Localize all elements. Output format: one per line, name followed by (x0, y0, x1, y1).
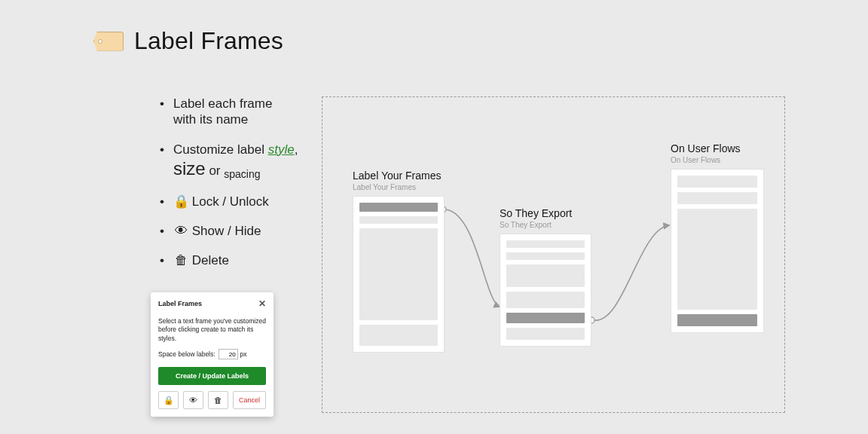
canvas-area: Label Your Frames Label Your Frames So T… (322, 96, 785, 413)
delete-button[interactable]: 🗑 (208, 391, 228, 409)
list-item: 👁 Show / Hide (160, 223, 318, 239)
frame-subtitle: So They Export (500, 221, 591, 229)
list-item-text: Lock / Unlock (192, 194, 269, 209)
dialog-header: Label Frames ✕ (158, 299, 266, 308)
list-item-text: Customize label (173, 142, 268, 157)
frame-subtitle: On User Flows (671, 156, 764, 164)
space-below-row: Space below labels: px (158, 349, 266, 359)
dialog-action-row: 🔒 👁 🗑 Cancel (158, 391, 266, 409)
frame-title: On User Flows (671, 142, 764, 154)
page-title-row: Label Frames (93, 27, 283, 55)
frame-group-1: Label Your Frames Label Your Frames (353, 170, 445, 353)
create-update-button[interactable]: Create / Update Labels (158, 367, 266, 385)
size-word: size (173, 158, 206, 179)
feature-list: Label each frame with its name Customize… (130, 96, 318, 283)
tag-icon (93, 32, 124, 51)
eye-icon: 👁 (189, 396, 197, 405)
frame-title: Label Your Frames (353, 170, 445, 182)
cancel-button[interactable]: Cancel (233, 391, 266, 409)
list-item: Label each frame with its name (160, 96, 318, 128)
spacing-word: spacing (224, 168, 260, 180)
eye-icon: 👁 (173, 223, 188, 239)
page-title: Label Frames (134, 27, 283, 55)
frame-subtitle: Label Your Frames (353, 183, 445, 191)
style-word: style (268, 142, 295, 157)
space-below-unit: px (240, 350, 247, 358)
trash-icon: 🗑 (214, 396, 222, 405)
frame-box[interactable] (353, 196, 445, 353)
lock-button[interactable]: 🔒 (158, 391, 179, 409)
frame-box[interactable] (671, 169, 764, 333)
frame-title: So They Export (500, 207, 591, 219)
list-item-text: Show / Hide (192, 224, 261, 238)
list-item-line: Label each frame (173, 96, 272, 111)
lock-icon: 🔒 (164, 396, 174, 405)
close-icon[interactable]: ✕ (258, 299, 266, 308)
frame-box[interactable] (500, 234, 591, 347)
list-item-text: or (206, 164, 225, 178)
list-item: 🗑 Delete (160, 252, 318, 268)
label-frames-dialog: Label Frames ✕ Select a text frame you'v… (151, 292, 274, 417)
space-below-label: Space below labels: (158, 350, 215, 358)
list-item-text: , (295, 142, 298, 157)
visibility-button[interactable]: 👁 (183, 391, 203, 409)
dialog-title: Label Frames (158, 300, 202, 307)
frame-group-3: On User Flows On User Flows (671, 142, 764, 333)
lock-icon: 🔒 (173, 194, 188, 209)
trash-icon: 🗑 (173, 252, 188, 268)
list-item-line: with its name (173, 112, 248, 127)
dialog-description: Select a text frame you've customized be… (158, 317, 266, 343)
space-below-input[interactable] (219, 349, 238, 359)
list-item-text: Delete (192, 253, 229, 267)
list-item: Customize label style, size or spacing (160, 142, 318, 180)
list-item: 🔒 Lock / Unlock (160, 194, 318, 209)
frame-group-2: So They Export So They Export (500, 207, 591, 347)
